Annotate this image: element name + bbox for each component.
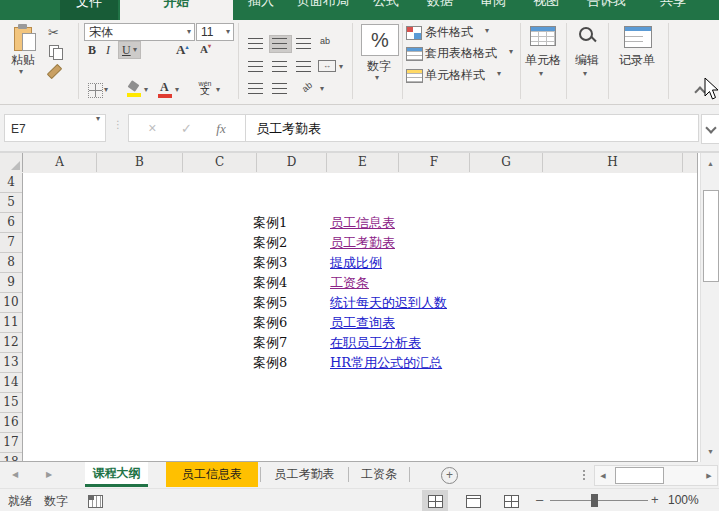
row-header[interactable]: 17 (0, 433, 22, 453)
paste-button[interactable]: 粘贴 ▾ (6, 24, 42, 82)
zoom-out-icon[interactable]: – (536, 492, 543, 507)
case-label-cell[interactable]: 案例1 (253, 213, 287, 233)
hyperlink-cell[interactable]: 工资条 (330, 273, 369, 293)
hyperlink-cell[interactable]: 员工信息表 (330, 213, 395, 233)
orientation-dropdown-icon[interactable]: ▾ (320, 85, 324, 93)
case-label-cell[interactable]: 案例8 (253, 353, 287, 373)
name-box[interactable]: E7 ▾ (4, 114, 106, 142)
hyperlink-cell[interactable]: HR常用公式的汇总 (330, 353, 442, 373)
macro-record-icon[interactable] (88, 495, 103, 508)
font-color-dropdown-icon[interactable]: ▾ (175, 86, 179, 94)
align-center-icon[interactable] (272, 61, 287, 72)
column-header-f[interactable]: F (399, 153, 470, 172)
decrease-indent-icon[interactable] (248, 83, 263, 94)
align-right-icon[interactable] (296, 61, 311, 72)
bold-button[interactable]: B (88, 43, 96, 58)
zoom-level[interactable]: 100% (668, 493, 699, 507)
column-header-a[interactable]: A (23, 153, 97, 172)
formula-input[interactable]: 员工考勤表 (245, 114, 699, 142)
ribbon-tab-home[interactable]: 开始 (120, 0, 233, 20)
ribbon-tab-data[interactable]: 数据 (427, 0, 453, 10)
sheet-nav-left-icon[interactable]: ◀ (12, 462, 18, 487)
vertical-scrollbar[interactable]: ▲ ▼ (700, 153, 719, 463)
font-size-combo[interactable]: 11▾ (196, 23, 234, 41)
ribbon-tab-review[interactable]: 审阅 (480, 0, 506, 10)
tab-scroll-splitter[interactable] (583, 470, 585, 472)
column-header-b[interactable]: B (97, 153, 183, 172)
normal-view-button[interactable] (422, 490, 448, 511)
row-header[interactable]: 10 (0, 293, 22, 313)
row-header[interactable]: 4 (0, 173, 22, 193)
underline-button[interactable]: U (122, 43, 131, 58)
font-color-icon[interactable]: A (158, 82, 172, 98)
horizontal-scroll-thumb[interactable] (615, 467, 664, 484)
page-layout-view-button[interactable] (460, 490, 486, 511)
fill-color-dropdown-icon[interactable]: ▾ (144, 86, 148, 94)
column-header-e[interactable]: E (327, 153, 399, 172)
sheet-nav-right-icon[interactable]: ▶ (46, 462, 52, 487)
row-header[interactable]: 13 (0, 353, 22, 373)
row-header[interactable]: 14 (0, 373, 22, 393)
format-painter-icon[interactable] (47, 64, 63, 80)
shrink-font-button[interactable]: A▾ (200, 42, 211, 55)
vertical-scroll-thumb[interactable] (703, 190, 719, 282)
column-header-h[interactable]: H (543, 153, 683, 172)
phonetic-guide-icon[interactable]: wén文 (196, 80, 214, 98)
expand-formula-bar[interactable] (701, 114, 719, 144)
zoom-in-icon[interactable]: + (651, 492, 659, 507)
page-break-view-button[interactable] (498, 490, 524, 511)
merge-center-icon[interactable]: ↔ (318, 60, 336, 72)
row-header[interactable]: 15 (0, 393, 22, 413)
hyperlink-cell[interactable]: 员工查询表 (330, 313, 395, 333)
ribbon-tab-view[interactable]: 视图 (533, 0, 559, 10)
wrap-text-icon[interactable]: ab (320, 36, 330, 46)
align-top-icon[interactable] (248, 38, 263, 49)
scroll-right-icon[interactable]: ▶ (701, 466, 717, 485)
merge-dropdown-icon[interactable]: ▾ (339, 63, 343, 71)
row-header[interactable]: 8 (0, 253, 22, 273)
align-left-icon[interactable] (248, 61, 263, 72)
row-header[interactable]: 6 (0, 213, 22, 233)
hyperlink-cell[interactable]: 统计每天的迟到人数 (330, 293, 447, 313)
format-as-table-button[interactable]: 套用表格格式 (425, 45, 497, 62)
name-box-splitter[interactable]: ⋮ (113, 119, 123, 130)
ribbon-tab-formulas[interactable]: 公式 (373, 0, 399, 10)
new-sheet-icon[interactable]: + (441, 467, 458, 484)
hyperlink-cell[interactable]: 在职员工分析表 (330, 333, 421, 353)
grow-font-button[interactable]: A▴ (176, 42, 188, 58)
horizontal-scrollbar[interactable]: ◀ ▶ (594, 465, 718, 486)
sheet-tab-payslip[interactable]: 工资条 (350, 462, 408, 487)
hyperlink-cell[interactable]: 提成比例 (330, 253, 382, 273)
scroll-up-icon[interactable]: ▲ (701, 155, 719, 173)
tell-me-box[interactable]: 告诉我 (587, 0, 626, 10)
case-label-cell[interactable]: 案例3 (253, 253, 287, 273)
column-header-c[interactable]: C (183, 153, 257, 172)
case-label-cell[interactable]: 案例7 (253, 333, 287, 353)
select-all-corner[interactable] (0, 153, 23, 172)
ribbon-tab-file[interactable]: 文件 (60, 0, 118, 20)
borders-dropdown-icon[interactable]: ▾ (104, 86, 108, 94)
zoom-slider-track[interactable] (550, 500, 648, 501)
case-label-cell[interactable]: 案例6 (253, 313, 287, 333)
row-header[interactable]: 9 (0, 273, 22, 293)
italic-button[interactable]: I (106, 43, 110, 58)
enter-icon[interactable]: ✓ (171, 121, 202, 136)
ribbon-tab-insert[interactable]: 插入 (248, 0, 274, 10)
cut-icon[interactable]: ✂ (48, 25, 59, 40)
sheet-tab-employee-info[interactable]: 员工信息表 (166, 462, 258, 487)
worksheet-area[interactable]: 案例1 员工信息表 案例2 员工考勤表 案例3 提成比例 案例4 工资条 案例5… (23, 173, 697, 461)
scroll-left-icon[interactable]: ◀ (595, 466, 611, 485)
row-header[interactable]: 5 (0, 193, 22, 213)
row-header[interactable]: 7 (0, 233, 22, 253)
row-header[interactable]: 11 (0, 313, 22, 333)
row-header[interactable]: 18 (0, 453, 22, 461)
copy-icon[interactable] (49, 45, 63, 59)
align-bottom-icon[interactable] (296, 38, 311, 49)
case-label-cell[interactable]: 案例4 (253, 273, 287, 293)
editing-button[interactable]: 编辑 ▾ (570, 22, 604, 100)
sheet-tab-course-outline[interactable]: 课程大纲 (85, 462, 148, 487)
column-header-g[interactable]: G (470, 153, 543, 172)
align-middle-icon[interactable] (272, 38, 287, 49)
case-label-cell[interactable]: 案例5 (253, 293, 287, 313)
cancel-icon[interactable]: × (138, 120, 166, 136)
